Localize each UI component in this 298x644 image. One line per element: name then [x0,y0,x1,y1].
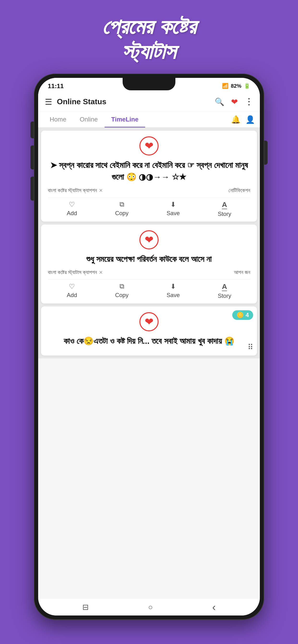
status-time: 11:11 [48,82,64,90]
card-1: ❤ ➤ স্বপ্ন কারোর সাথে বেইমানি করে না বেই… [41,130,257,222]
card-2-tag-close[interactable]: ✕ [99,270,103,275]
card-2-tag: বাংলা কষ্টের স্ট্যাটাস ক্যাপশন ✕ [48,269,103,276]
svg-text:❤: ❤ [145,234,154,246]
card-1-copy-btn[interactable]: ⧉ Copy [115,200,129,217]
nav-back-btn[interactable]: ‹ [212,601,216,613]
card-2-save-btn[interactable]: ⬇ Save [167,282,180,299]
story-icon: A [222,200,227,209]
content-area: ❤ ➤ স্বপ্ন কারোর সাথে বেইমানি করে না বেই… [38,128,260,358]
svg-text:❤: ❤ [145,316,154,328]
card-2-copy-btn[interactable]: ⧉ Copy [115,282,129,299]
tab-timeline[interactable]: TimeLine [105,112,145,128]
heart-icon[interactable]: ❤ [231,97,238,106]
add-icon: ♡ [69,200,75,208]
svg-text:❤: ❤ [145,140,154,152]
card-1-story-btn[interactable]: A Story [218,200,231,217]
card-1-text: ➤ স্বপ্ন কারোর সাথে বেইমানি করে না বেইমা… [48,159,250,183]
card-1-tag: বাংলা কষ্টের স্ট্যাটাস ক্যাপশন ✕ [48,187,103,194]
tab-online[interactable]: Online [73,112,104,128]
save-icon-2: ⬇ [170,282,176,290]
coin-count: 4 [246,312,249,318]
copy-icon: ⧉ [119,200,124,208]
user-icon[interactable]: 👤 [245,115,255,124]
card-2-actions: ♡ Add ⧉ Copy ⬇ Save A Story [48,279,250,299]
card-2-text: শুধু সময়ের অপেক্ষা পরিবর্তন কাউকে বলে আ… [86,253,212,265]
search-icon[interactable]: 🔍 [215,97,224,106]
add-icon-2: ♡ [69,282,75,290]
card-1-tag-row: বাংলা কষ্টের স্ট্যাটাস ক্যাপশন ✕ নোটিফিক… [48,187,250,194]
battery-text: 82% [231,83,241,89]
card-3-heart: ❤ [139,312,159,331]
tab-home[interactable]: Home [43,112,73,128]
card-1-tag-close[interactable]: ✕ [99,188,103,193]
card-3-text: কাও কে😒এতটা ও কষ্ট দিয় নি... তবে সবাই আ… [64,335,234,347]
card-2-story-btn[interactable]: A Story [218,282,231,299]
status-icons: 📶 82% 🔋 [222,83,250,89]
side-btn-left-2 [31,146,34,170]
more-icon[interactable]: ⋮ [244,97,253,107]
page-title: প্রেমের কষ্টের স্ট্যাটাস [102,14,196,64]
side-btn-left-1 [31,122,34,138]
card-3: 🪙 4 ❤ কাও কে😒এতটা ও কষ্ট দিয় নি... তবে … [41,306,257,356]
app-bar-icons: 🔍 ❤ ⋮ [215,97,253,107]
card-1-heart: ❤ [139,136,159,156]
nav-bar: ⊟ ○ ‹ [38,599,260,616]
card-2-notification: আপন জন [234,269,250,276]
card-2-add-btn[interactable]: ♡ Add [67,282,77,299]
signal-icon: 📶 [222,83,228,89]
card-2-heart: ❤ [139,230,159,250]
dots-icon[interactable]: ⠿ [248,342,253,352]
app-bar: ☰ Online Status 🔍 ❤ ⋮ [38,92,260,112]
nav-recents-btn[interactable]: ⊟ [82,602,89,612]
nav-home-btn[interactable]: ○ [148,603,153,612]
notch [123,78,175,90]
app-title: Online Status [57,97,215,106]
bell-icon[interactable]: 🔔 [231,115,241,124]
coin-icon: 🪙 [237,312,244,318]
copy-icon-2: ⧉ [119,282,124,290]
card-1-actions: ♡ Add ⧉ Copy ⬇ Save A Story [48,198,250,217]
card-2: ❤ শুধু সময়ের অপেক্ষা পরিবর্তন কাউকে বলে… [41,224,257,304]
menu-icon[interactable]: ☰ [45,97,52,106]
tab-icons: 🔔 👤 [231,115,255,124]
card-1-add-btn[interactable]: ♡ Add [67,200,77,217]
side-btn-left-3 [31,176,34,200]
side-btn-right [264,141,267,164]
phone-wrapper: 11:11 📶 82% 🔋 ☰ Online Status 🔍 ❤ ⋮ Home [34,74,264,620]
story-icon-2: A [222,282,227,291]
card-2-tag-row: বাংলা কষ্টের স্ট্যাটাস ক্যাপশন ✕ আপন জন [48,269,250,276]
battery-icon: 🔋 [244,83,250,89]
tabs: Home Online TimeLine 🔔 👤 [38,112,260,128]
phone-screen: 11:11 📶 82% 🔋 ☰ Online Status 🔍 ❤ ⋮ Home [38,78,260,616]
save-icon: ⬇ [170,200,176,208]
card-1-notification: নোটিফিকেশন [228,187,250,194]
coin-badge: 🪙 4 [232,310,253,320]
card-1-save-btn[interactable]: ⬇ Save [167,200,180,217]
